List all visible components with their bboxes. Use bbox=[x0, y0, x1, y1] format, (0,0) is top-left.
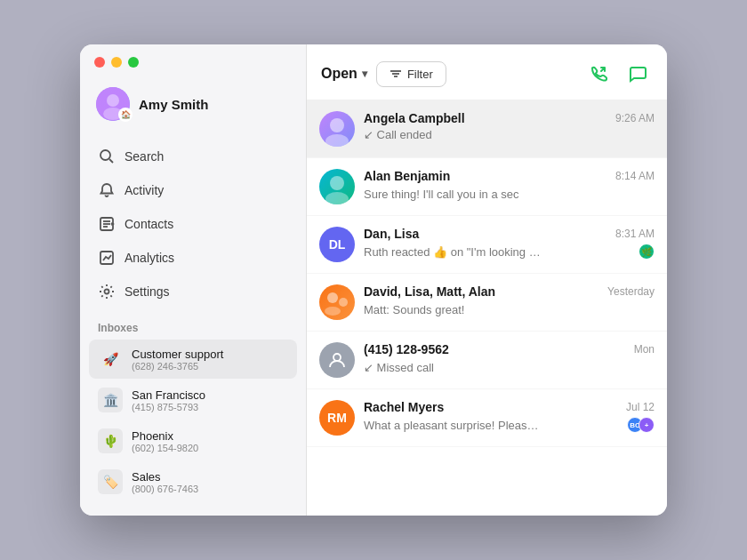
header-left: Open ▾ Filter bbox=[321, 61, 446, 87]
avatar-badge: 🏠 bbox=[118, 108, 133, 122]
conv-name-david-group: David, Lisa, Matt, Alan bbox=[364, 284, 495, 299]
inbox-icon-customer-support: 🚀 bbox=[98, 347, 123, 372]
conv-preview-row-rachel: What a pleasant surprise! Please let... … bbox=[364, 417, 655, 433]
analytics-icon bbox=[98, 249, 116, 267]
svg-point-1 bbox=[107, 94, 119, 107]
conv-row1-alan: Alan Benjamin 8:14 AM bbox=[364, 169, 655, 183]
phone-button[interactable] bbox=[583, 59, 614, 89]
conv-body-alan: Alan Benjamin 8:14 AM Sure thing! I'll c… bbox=[364, 169, 655, 202]
inbox-info-san-francisco: San Francisco (415) 875-5793 bbox=[132, 388, 205, 412]
nav-contacts-label: Contacts bbox=[124, 217, 173, 231]
open-dropdown-button[interactable]: Open ▾ bbox=[321, 66, 367, 82]
svg-point-10 bbox=[105, 290, 109, 294]
maximize-button[interactable] bbox=[128, 57, 139, 68]
titlebar bbox=[94, 57, 139, 68]
conv-avatar-rachel: RM bbox=[319, 400, 355, 436]
nav-item-analytics[interactable]: Analytics bbox=[89, 242, 297, 274]
conversation-item-angela[interactable]: Angela Campbell 9:26 AM ↙ Call ended bbox=[307, 100, 667, 158]
conversation-item-dan-lisa[interactable]: DL Dan, Lisa 8:31 AM Ruth reacted 👍 on "… bbox=[307, 216, 667, 274]
filter-icon bbox=[390, 68, 402, 80]
conv-avatar-alan bbox=[319, 169, 355, 204]
mini-avatars-dan-lisa: 🌿 bbox=[639, 244, 655, 260]
sidebar: 🏠 Amy Smith Search bbox=[80, 44, 307, 516]
conv-avatar-david-group bbox=[319, 284, 355, 320]
conv-body-phone-number: (415) 128-9562 Mon ↙ Missed call bbox=[364, 342, 655, 375]
app-window: 🏠 Amy Smith Search bbox=[80, 44, 667, 516]
conv-row1-david-group: David, Lisa, Matt, Alan Yesterday bbox=[364, 284, 655, 299]
inbox-item-san-francisco[interactable]: 🏛️ San Francisco (415) 875-5793 bbox=[89, 380, 297, 420]
svg-point-18 bbox=[325, 134, 349, 147]
nav-item-activity[interactable]: Activity bbox=[89, 174, 297, 206]
conv-body-dan-lisa: Dan, Lisa 8:31 AM Ruth reacted 👍 on "I'm… bbox=[364, 227, 655, 260]
conv-row1-rachel: Rachel Myers Jul 12 bbox=[364, 400, 655, 414]
inbox-info-sales: Sales (800) 676-7463 bbox=[132, 470, 198, 494]
svg-point-17 bbox=[330, 118, 344, 132]
conversation-item-rachel[interactable]: RM Rachel Myers Jul 12 What a pleasant s… bbox=[307, 389, 667, 447]
svg-point-22 bbox=[339, 298, 348, 307]
team-label: Your team bbox=[80, 501, 306, 516]
conv-time-alan: 8:14 AM bbox=[615, 170, 655, 182]
inbox-name-san-francisco: San Francisco bbox=[132, 388, 205, 402]
settings-icon bbox=[98, 283, 116, 300]
conversation-item-alan[interactable]: Alan Benjamin 8:14 AM Sure thing! I'll c… bbox=[307, 158, 667, 216]
inbox-phone-customer-support: (628) 246-3765 bbox=[132, 361, 223, 372]
conv-preview-phone-number: ↙ Missed call bbox=[364, 361, 434, 374]
close-button[interactable] bbox=[94, 57, 105, 68]
inbox-item-sales[interactable]: 🏷️ Sales (800) 676-7463 bbox=[89, 462, 297, 501]
nav-item-settings[interactable]: Settings bbox=[89, 276, 297, 308]
svg-point-21 bbox=[327, 292, 338, 303]
conv-avatar-angela bbox=[319, 111, 355, 147]
nav-settings-label: Settings bbox=[124, 284, 170, 299]
nav-item-contacts[interactable]: Contacts bbox=[89, 208, 297, 240]
conv-body-rachel: Rachel Myers Jul 12 What a pleasant surp… bbox=[364, 400, 655, 433]
inbox-info-customer-support: Customer support (628) 246-3765 bbox=[132, 348, 223, 372]
svg-point-20 bbox=[325, 192, 349, 204]
inbox-icon-phoenix: 🌵 bbox=[98, 428, 123, 453]
conv-name-angela: Angela Campbell bbox=[364, 111, 465, 125]
inbox-name-phoenix: Phoenix bbox=[132, 429, 198, 443]
avatar: 🏠 bbox=[96, 87, 130, 121]
conv-row1-angela: Angela Campbell 9:26 AM bbox=[364, 111, 655, 125]
nav-menu: Search Activity bbox=[80, 137, 306, 311]
conv-preview-angela: ↙ Call ended bbox=[364, 128, 655, 141]
inbox-icon-san-francisco: 🏛️ bbox=[98, 388, 123, 412]
conv-name-rachel: Rachel Myers bbox=[364, 400, 444, 414]
nav-search-label: Search bbox=[124, 149, 164, 164]
main-content: Open ▾ Filter bbox=[307, 44, 667, 516]
inbox-name-customer-support: Customer support bbox=[132, 348, 223, 361]
inbox-icon-sales: 🏷️ bbox=[98, 469, 123, 494]
inboxes-label: Inboxes bbox=[80, 311, 306, 340]
conv-preview-david-group: Matt: Sounds great! bbox=[364, 303, 464, 316]
conversation-item-david-group[interactable]: David, Lisa, Matt, Alan Yesterday Matt: … bbox=[307, 274, 667, 332]
inbox-phone-phoenix: (602) 154-9820 bbox=[132, 443, 198, 453]
conv-time-david-group: Yesterday bbox=[607, 285, 655, 298]
svg-point-24 bbox=[333, 354, 341, 361]
filter-label: Filter bbox=[407, 68, 433, 81]
chevron-down-icon: ▾ bbox=[362, 68, 367, 80]
contacts-icon bbox=[98, 215, 116, 233]
compose-button[interactable] bbox=[622, 59, 653, 89]
inbox-item-phoenix[interactable]: 🌵 Phoenix (602) 154-9820 bbox=[89, 421, 297, 460]
conversation-item-phone-number[interactable]: (415) 128-9562 Mon ↙ Missed call bbox=[307, 332, 667, 389]
conv-body-david-group: David, Lisa, Matt, Alan Yesterday Matt: … bbox=[364, 284, 655, 317]
inbox-phone-san-francisco: (415) 875-5793 bbox=[132, 402, 205, 412]
svg-line-4 bbox=[109, 159, 113, 163]
conv-name-dan-lisa: Dan, Lisa bbox=[364, 227, 419, 241]
conv-time-rachel: Jul 12 bbox=[626, 401, 655, 413]
nav-item-search[interactable]: Search bbox=[89, 140, 297, 172]
nav-activity-label: Activity bbox=[124, 183, 164, 197]
conv-time-dan-lisa: 8:31 AM bbox=[615, 228, 655, 240]
main-header: Open ▾ Filter bbox=[307, 44, 667, 100]
filter-button[interactable]: Filter bbox=[376, 61, 446, 87]
profile-name: Amy Smith bbox=[139, 97, 208, 112]
minimize-button[interactable] bbox=[111, 57, 122, 68]
inbox-info-phoenix: Phoenix (602) 154-9820 bbox=[132, 429, 198, 453]
inbox-name-sales: Sales bbox=[132, 470, 198, 484]
conv-preview-text-angela: ↙ Call ended bbox=[364, 128, 432, 141]
conv-row1-phone-number: (415) 128-9562 Mon bbox=[364, 342, 655, 356]
inbox-item-customer-support[interactable]: 🚀 Customer support (628) 246-3765 bbox=[89, 340, 297, 379]
inbox-phone-sales: (800) 676-7463 bbox=[132, 484, 198, 494]
conv-name-phone-number: (415) 128-9562 bbox=[364, 342, 449, 356]
mini-avatars-rachel: BC + bbox=[627, 417, 655, 433]
conversation-list: Angela Campbell 9:26 AM ↙ Call ended bbox=[307, 100, 667, 516]
